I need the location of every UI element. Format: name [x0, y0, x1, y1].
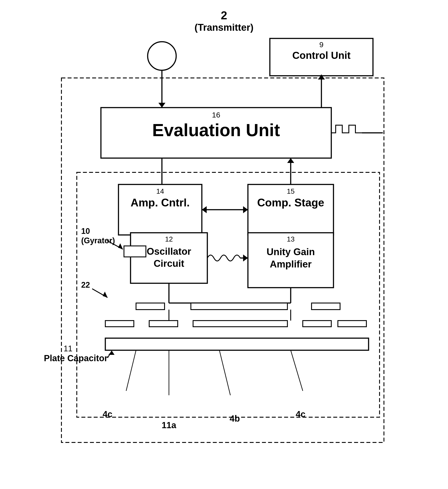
svg-rect-57: [338, 321, 366, 327]
svg-text:Control Unit: Control Unit: [292, 50, 351, 61]
svg-text:Plate Capacitor: Plate Capacitor: [44, 353, 108, 363]
svg-marker-75: [287, 158, 294, 163]
svg-text:(Gyrator): (Gyrator): [81, 236, 115, 245]
svg-text:11a: 11a: [162, 420, 176, 430]
svg-rect-35: [248, 233, 334, 288]
svg-text:11: 11: [64, 344, 72, 353]
transmitter-number: 2: [195, 9, 254, 22]
svg-text:Circuit: Circuit: [153, 258, 184, 269]
svg-marker-46: [103, 292, 107, 298]
svg-rect-50: [136, 303, 165, 310]
svg-text:Unity Gain: Unity Gain: [267, 246, 315, 257]
svg-rect-54: [149, 321, 178, 327]
svg-text:22: 22: [81, 280, 90, 290]
svg-marker-27: [157, 248, 164, 253]
svg-rect-14: [77, 172, 380, 417]
svg-marker-42: [118, 243, 123, 249]
transmitter-name: (Transmitter): [195, 22, 254, 33]
svg-marker-72: [108, 351, 114, 355]
svg-line-63: [219, 350, 230, 395]
svg-rect-58: [105, 338, 368, 350]
svg-text:Oscillator: Oscillator: [147, 246, 191, 257]
svg-rect-52: [312, 303, 340, 310]
svg-rect-10: [101, 108, 331, 158]
svg-marker-23: [243, 206, 248, 213]
svg-line-41: [107, 240, 123, 249]
svg-text:13: 13: [287, 235, 295, 243]
svg-text:16: 16: [212, 111, 220, 119]
svg-rect-56: [303, 321, 331, 327]
svg-marker-3: [158, 103, 165, 108]
svg-rect-4: [270, 38, 373, 76]
svg-line-45: [92, 289, 107, 298]
svg-text:10: 10: [81, 227, 90, 236]
svg-line-71: [107, 351, 112, 358]
svg-text:4b: 4b: [230, 414, 240, 423]
svg-marker-34: [243, 255, 248, 262]
svg-rect-43: [124, 246, 146, 257]
svg-line-64: [291, 350, 303, 391]
svg-rect-29: [130, 233, 207, 283]
svg-text:Evaluation Unit: Evaluation Unit: [152, 120, 280, 140]
svg-rect-9: [61, 78, 384, 442]
svg-marker-8: [318, 75, 325, 80]
svg-rect-51: [191, 303, 288, 310]
transmitter-label: 2 (Transmitter): [195, 9, 254, 33]
svg-text:4c: 4c: [296, 409, 306, 419]
svg-rect-15: [119, 184, 202, 235]
svg-text:Amp. Cntrl.: Amp. Cntrl.: [130, 197, 190, 209]
svg-text:9: 9: [320, 40, 324, 49]
svg-rect-53: [105, 321, 134, 327]
diagram: 2 (Transmitter) 9 Control Unit 16 Evalua…: [0, 0, 448, 489]
svg-text:Comp. Stage: Comp. Stage: [257, 197, 324, 209]
svg-rect-18: [248, 184, 334, 235]
svg-marker-22: [202, 206, 207, 213]
svg-line-61: [126, 350, 136, 391]
diagram-svg: 9 Control Unit 16 Evaluation Unit 14 Amp…: [0, 0, 448, 489]
svg-point-0: [148, 42, 176, 70]
svg-text:15: 15: [287, 187, 295, 195]
svg-text:Amplifier: Amplifier: [270, 259, 312, 269]
svg-rect-55: [193, 321, 288, 327]
svg-text:14: 14: [156, 187, 164, 195]
svg-text:4c: 4c: [103, 409, 112, 419]
svg-text:12: 12: [165, 235, 173, 243]
